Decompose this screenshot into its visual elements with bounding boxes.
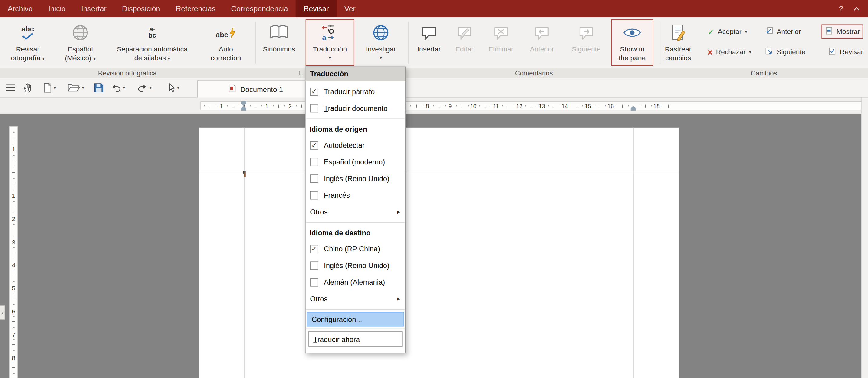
- track-changes-icon: [671, 20, 685, 46]
- translation-menu: Traducción ✓ Traducir párrafo Traducir d…: [305, 66, 406, 353]
- translate-icon: a: [320, 20, 339, 46]
- review-changes-icon: [828, 47, 836, 57]
- ruler-row: L 1 1 2 7 8 9 10 11 12 13 14 15 16 18: [0, 97, 868, 114]
- previous-comment-button[interactable]: Anterior: [520, 19, 563, 66]
- vertical-ruler[interactable]: 1 1 2 3 4 5 6 7 8: [9, 126, 18, 378]
- menu-item-source-others[interactable]: Otros ▸: [306, 203, 405, 220]
- checkbox-unchecked[interactable]: [310, 174, 318, 182]
- ruler-number: 8: [12, 354, 15, 362]
- menu-item-french[interactable]: Francés: [306, 186, 405, 203]
- track-changes-button[interactable]: Rastrearcambios: [656, 19, 700, 66]
- menu-separator: [306, 118, 405, 119]
- previous-change-button[interactable]: Anterior: [762, 24, 804, 39]
- checkbox-checked[interactable]: ✓: [310, 245, 318, 253]
- research-button[interactable]: Investigar▾: [356, 19, 405, 66]
- svg-text:a: a: [322, 33, 327, 41]
- show-changes-icon: [825, 27, 833, 37]
- menu-item-chinese-prc[interactable]: ✓ Chino (RP China): [306, 240, 405, 257]
- menu-section-target-language: Idioma de destino: [306, 225, 405, 240]
- ruler-number: 18: [652, 103, 661, 109]
- reject-change-button[interactable]: × Rechazar▾: [704, 45, 755, 59]
- menu-tab-disposicion[interactable]: Disposición: [114, 0, 168, 17]
- checkbox-unchecked[interactable]: [310, 191, 318, 199]
- undo-caret[interactable]: ▾: [123, 81, 125, 94]
- edit-comment-button[interactable]: Editar: [447, 19, 482, 66]
- quick-toolbar: ▾ ▾ ▾ ▾ ▾ Documento 1: [0, 78, 868, 97]
- show-changes-button[interactable]: Mostrar: [822, 24, 863, 39]
- ruler-number: 1: [219, 103, 224, 109]
- thesaurus-button[interactable]: Sinónimos: [258, 19, 300, 66]
- next-change-button[interactable]: Siguiente: [762, 45, 809, 59]
- pan-hand-icon[interactable]: [23, 81, 34, 94]
- hamburger-menu-icon[interactable]: [5, 81, 16, 94]
- select-cursor-icon[interactable]: [168, 81, 175, 94]
- menu-item-german[interactable]: Alemán (Alemania): [306, 274, 405, 290]
- menu-tab-archivo[interactable]: Archivo: [0, 0, 40, 17]
- menu-tab-referencias[interactable]: Referencias: [168, 0, 223, 17]
- checkbox-unchecked[interactable]: [310, 278, 318, 286]
- reject-cross-icon: ×: [708, 48, 713, 56]
- pane-toggle-handle[interactable]: ‹: [0, 305, 5, 320]
- menu-separator: [306, 222, 405, 223]
- ruler-number: 14: [560, 103, 569, 109]
- show-comments-pane-button[interactable]: Show inthe pane: [611, 19, 653, 66]
- menu-item-translate-now[interactable]: Traducir ahora: [308, 331, 403, 347]
- document-area[interactable]: ¶: [0, 114, 861, 378]
- menu-tab-inicio[interactable]: Inicio: [40, 0, 73, 17]
- comment-delete-icon: [493, 20, 509, 46]
- menu-item-english-uk-target[interactable]: Inglés (Reino Unido): [306, 257, 405, 274]
- accept-change-button[interactable]: ✓ Aceptar▾: [704, 24, 751, 39]
- menu-item-translate-paragraph[interactable]: ✓ Traducir párrafo: [306, 83, 405, 100]
- eye-icon: [623, 20, 641, 46]
- undo-icon[interactable]: [111, 81, 121, 94]
- menu-item-spanish-modern[interactable]: Español (moderno): [306, 153, 405, 170]
- document-icon: [228, 84, 236, 94]
- document-tab[interactable]: Documento 1: [197, 80, 314, 97]
- save-icon[interactable]: [94, 81, 103, 94]
- delete-comment-button[interactable]: Eliminar: [483, 19, 519, 66]
- open-file-caret[interactable]: ▾: [82, 81, 84, 94]
- open-file-icon[interactable]: [67, 81, 80, 94]
- hyphenation-button[interactable]: a-bc Separación automáticade sílabas ▾: [107, 19, 197, 66]
- menu-tab-correspondencia[interactable]: Correspondencia: [223, 0, 296, 17]
- comment-icon: [421, 20, 437, 46]
- autocorrect-button[interactable]: abc Autocorrection: [198, 19, 254, 66]
- book-icon: [269, 20, 289, 46]
- document-language-button[interactable]: Español(México) ▾: [54, 19, 106, 66]
- menu-item-translate-document[interactable]: Traducir documento: [306, 100, 405, 116]
- next-comment-button[interactable]: Siguiente: [565, 19, 608, 66]
- collapse-ribbon-icon[interactable]: [853, 4, 861, 13]
- menu-item-english-uk-source[interactable]: Inglés (Reino Unido): [306, 170, 405, 187]
- checkbox-checked[interactable]: ✓: [310, 141, 318, 149]
- menu-tab-revisar[interactable]: Revisar: [296, 0, 337, 17]
- checkbox-unchecked[interactable]: [310, 261, 318, 269]
- ribbon-separator: [408, 22, 409, 64]
- insert-comment-button[interactable]: Insertar: [412, 19, 446, 66]
- help-button[interactable]: ?: [839, 4, 843, 13]
- select-cursor-caret[interactable]: ▾: [177, 81, 179, 94]
- previous-change-icon: [765, 27, 773, 37]
- menubar: Archivo Inicio Insertar Disposición Refe…: [0, 0, 868, 17]
- spell-check-button[interactable]: abc Revisarortografía ▾: [2, 19, 53, 66]
- page[interactable]: ¶: [199, 127, 679, 378]
- translate-button[interactable]: a Traducción▾: [306, 19, 354, 66]
- checkbox-unchecked[interactable]: [310, 104, 318, 112]
- vertical-scrollbar[interactable]: [861, 97, 868, 378]
- menu-item-autodetect[interactable]: ✓ Autodetectar: [306, 137, 405, 153]
- horizontal-ruler[interactable]: 1 1 2 7 8 9 10 11 12 13 14 15 16 18: [200, 101, 861, 110]
- new-document-icon[interactable]: [43, 81, 52, 94]
- checkbox-checked[interactable]: ✓: [310, 87, 318, 95]
- menu-item-target-others[interactable]: Otros ▸: [306, 290, 405, 307]
- menu-item-settings[interactable]: Configuración...: [307, 312, 404, 326]
- menu-tab-ver[interactable]: Ver: [337, 0, 363, 17]
- checkbox-unchecked[interactable]: [310, 157, 318, 166]
- redo-icon[interactable]: [137, 81, 148, 94]
- menu-tab-insertar[interactable]: Insertar: [73, 0, 114, 17]
- ruler-number: 8: [425, 103, 430, 109]
- comment-next-icon: [578, 20, 595, 46]
- redo-caret[interactable]: ▾: [150, 81, 152, 94]
- group-caption-changes: Cambios: [660, 69, 868, 77]
- new-document-caret[interactable]: ▾: [54, 81, 56, 94]
- ruler-number: 5: [12, 284, 15, 292]
- review-changes-button[interactable]: Revisar: [825, 45, 867, 59]
